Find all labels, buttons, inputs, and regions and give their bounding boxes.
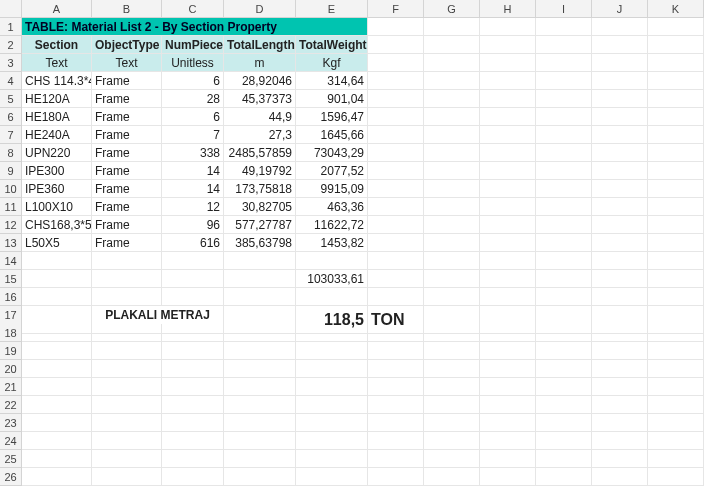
cell-E10[interactable]: 9915,09 — [296, 180, 368, 198]
cell-J7[interactable] — [592, 126, 648, 144]
cell-J11[interactable] — [592, 198, 648, 216]
cell-B12[interactable]: Frame — [92, 216, 162, 234]
cell-F8[interactable] — [368, 144, 424, 162]
col-header-B[interactable]: B — [92, 0, 162, 18]
cell-A5[interactable]: HE120A — [22, 90, 92, 108]
cell-I14[interactable] — [536, 252, 592, 270]
cell-D22[interactable] — [224, 396, 296, 414]
cell-K24[interactable] — [648, 432, 704, 450]
cell-E24[interactable] — [296, 432, 368, 450]
cell-C5[interactable]: 28 — [162, 90, 224, 108]
cell-I23[interactable] — [536, 414, 592, 432]
cell-K19[interactable] — [648, 342, 704, 360]
cell-B5[interactable]: Frame — [92, 90, 162, 108]
cell-C23[interactable] — [162, 414, 224, 432]
cell-H9[interactable] — [480, 162, 536, 180]
cell-B26[interactable] — [92, 468, 162, 486]
cell-J2[interactable] — [592, 36, 648, 54]
cell-D3[interactable]: m — [224, 54, 296, 72]
cell-H21[interactable] — [480, 378, 536, 396]
cell-A20[interactable] — [22, 360, 92, 378]
cell-I21[interactable] — [536, 378, 592, 396]
cell-B3[interactable]: Text — [92, 54, 162, 72]
cell-C10[interactable]: 14 — [162, 180, 224, 198]
cell-J9[interactable] — [592, 162, 648, 180]
cell-F21[interactable] — [368, 378, 424, 396]
cell-A22[interactable] — [22, 396, 92, 414]
row-header-7[interactable]: 7 — [0, 126, 22, 144]
cell-J15[interactable] — [592, 270, 648, 288]
cell-H7[interactable] — [480, 126, 536, 144]
cell-J6[interactable] — [592, 108, 648, 126]
cell-A11[interactable]: L100X10 — [22, 198, 92, 216]
cell-G11[interactable] — [424, 198, 480, 216]
col-header-E[interactable]: E — [296, 0, 368, 18]
cell-F20[interactable] — [368, 360, 424, 378]
cell-H22[interactable] — [480, 396, 536, 414]
row-header-11[interactable]: 11 — [0, 198, 22, 216]
cell-B20[interactable] — [92, 360, 162, 378]
row-header-20[interactable]: 20 — [0, 360, 22, 378]
cell-F26[interactable] — [368, 468, 424, 486]
col-header-F[interactable]: F — [368, 0, 424, 18]
cell-J18[interactable] — [592, 324, 648, 342]
cell-H14[interactable] — [480, 252, 536, 270]
cell-G12[interactable] — [424, 216, 480, 234]
cell-F1[interactable] — [368, 18, 424, 36]
cell-B14[interactable] — [92, 252, 162, 270]
cell-E21[interactable] — [296, 378, 368, 396]
cell-D21[interactable] — [224, 378, 296, 396]
cell-B11[interactable]: Frame — [92, 198, 162, 216]
cell-I11[interactable] — [536, 198, 592, 216]
cell-G24[interactable] — [424, 432, 480, 450]
col-header-I[interactable]: I — [536, 0, 592, 18]
cell-F9[interactable] — [368, 162, 424, 180]
row-header-3[interactable]: 3 — [0, 54, 22, 72]
row-header-12[interactable]: 12 — [0, 216, 22, 234]
cell-J5[interactable] — [592, 90, 648, 108]
cell-G10[interactable] — [424, 180, 480, 198]
cell-K11[interactable] — [648, 198, 704, 216]
cell-I18[interactable] — [536, 324, 592, 342]
cell-F25[interactable] — [368, 450, 424, 468]
cell-A25[interactable] — [22, 450, 92, 468]
cell-F5[interactable] — [368, 90, 424, 108]
cell-K25[interactable] — [648, 450, 704, 468]
cell-C20[interactable] — [162, 360, 224, 378]
cell-G4[interactable] — [424, 72, 480, 90]
cell-I3[interactable] — [536, 54, 592, 72]
cell-J4[interactable] — [592, 72, 648, 90]
cell-H10[interactable] — [480, 180, 536, 198]
cell-I15[interactable] — [536, 270, 592, 288]
cell-D18[interactable] — [224, 324, 296, 342]
cell-A24[interactable] — [22, 432, 92, 450]
cell-E23[interactable] — [296, 414, 368, 432]
cell-G1[interactable] — [424, 18, 480, 36]
cell-C18[interactable] — [162, 324, 224, 342]
cell-I12[interactable] — [536, 216, 592, 234]
cell-D23[interactable] — [224, 414, 296, 432]
cell-D5[interactable]: 45,37373 — [224, 90, 296, 108]
cell-H24[interactable] — [480, 432, 536, 450]
cell-B2[interactable]: ObjectType — [92, 36, 162, 54]
row-header-9[interactable]: 9 — [0, 162, 22, 180]
cell-A10[interactable]: IPE360 — [22, 180, 92, 198]
cell-I5[interactable] — [536, 90, 592, 108]
cell-B25[interactable] — [92, 450, 162, 468]
cell-K10[interactable] — [648, 180, 704, 198]
cell-J16[interactable] — [592, 288, 648, 306]
cell-D24[interactable] — [224, 432, 296, 450]
cell-H12[interactable] — [480, 216, 536, 234]
cell-A2[interactable]: Section — [22, 36, 92, 54]
cell-G13[interactable] — [424, 234, 480, 252]
cell-C3[interactable]: Unitless — [162, 54, 224, 72]
cell-G3[interactable] — [424, 54, 480, 72]
cell-E16[interactable] — [296, 288, 368, 306]
cell-B23[interactable] — [92, 414, 162, 432]
row-header-6[interactable]: 6 — [0, 108, 22, 126]
cell-C19[interactable] — [162, 342, 224, 360]
cell-D6[interactable]: 44,9 — [224, 108, 296, 126]
cell-D25[interactable] — [224, 450, 296, 468]
cell-E4[interactable]: 314,64 — [296, 72, 368, 90]
cell-K21[interactable] — [648, 378, 704, 396]
